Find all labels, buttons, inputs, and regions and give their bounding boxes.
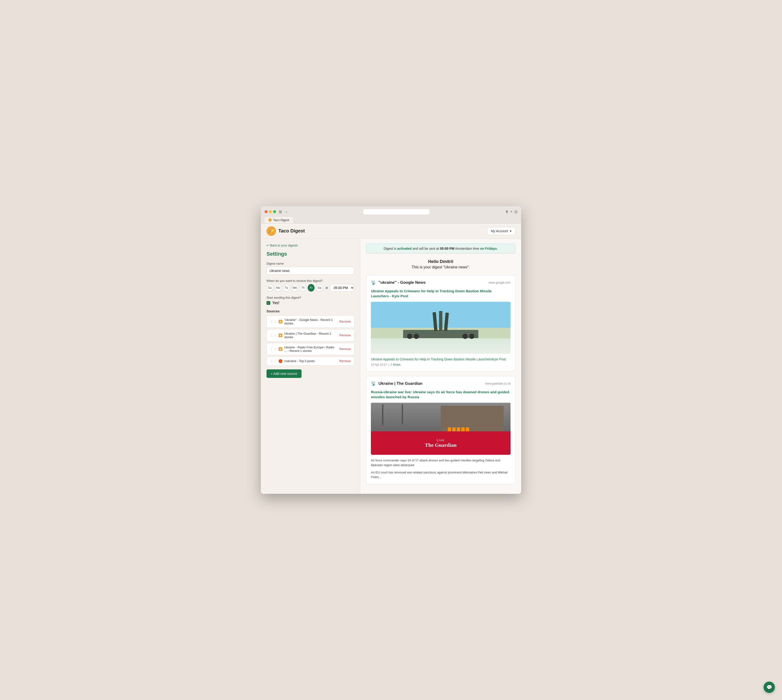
tab-title: Taco Digest: [273, 218, 289, 222]
tab-favicon: 🌮: [268, 218, 272, 222]
remove-source-3-button[interactable]: Remove: [339, 347, 351, 351]
activation-banner: Digest is activated and will be sent at …: [366, 243, 515, 253]
tabs-overview-icon[interactable]: ⊟: [514, 210, 517, 214]
card-1-source-header: 📡 "ukraine" - Google News news.google.co…: [371, 280, 511, 285]
banner-middle: and will be sent at: [412, 247, 440, 250]
chat-button[interactable]: 💬: [764, 682, 775, 693]
app-logo: 🌮: [267, 226, 276, 236]
day-mo-button[interactable]: Mo: [275, 284, 282, 292]
source-item-1: ⋮⋮ ◉ "ukraine" - Google News - Recent 1 …: [267, 315, 354, 328]
guardian-name-text: The Guardian: [425, 442, 456, 448]
at-label: at: [325, 286, 328, 290]
browser-chrome: ⊞ ‹ 🌮 app.tacodigest.com 🔒 ⬆ + ⊟ 🌮 Taco …: [261, 206, 521, 223]
yes-checkbox[interactable]: ✓: [267, 301, 270, 305]
rss-icon-1: ◉: [279, 320, 282, 323]
share-label: Share: [393, 363, 401, 366]
back-to-digests-link[interactable]: ↩ Back to your digests: [267, 243, 354, 247]
settings-title: Settings: [267, 251, 354, 257]
card-1-share-link[interactable]: ⤴ Share: [391, 363, 400, 366]
day-sa-button[interactable]: Sa: [316, 284, 323, 292]
rss-icon-3: ◉: [279, 347, 282, 351]
day-su-button[interactable]: Su: [267, 284, 273, 292]
guardian-scene-bg: [371, 403, 511, 433]
banner-day: on Fridays: [480, 247, 497, 250]
day-th-button[interactable]: Th: [300, 284, 306, 292]
guardian-live-text: Live: [437, 438, 445, 442]
remove-source-2-button[interactable]: Remove: [339, 333, 351, 337]
news-card-2: 📡 Ukraine | The Guardian www.guardian.co…: [366, 376, 515, 484]
yes-checkbox-row: ✓ Yes!: [267, 301, 354, 305]
schedule-group: When do you want to receive this digest?…: [267, 279, 354, 292]
address-bar-container: 🌮 app.tacodigest.com 🔒: [290, 209, 503, 215]
day-fr-button[interactable]: Fr: [308, 284, 314, 292]
news-card-1: 📡 "ukraine" - Google News news.google.co…: [366, 275, 515, 372]
my-account-button[interactable]: My Account ▾: [487, 227, 515, 235]
card-2-source-name: Ukraine | The Guardian: [378, 381, 423, 386]
active-tab[interactable]: 🌮 Taco Digest: [265, 217, 293, 223]
my-account-label: My Account: [491, 229, 508, 233]
close-window-button[interactable]: [265, 210, 267, 213]
card-2-description-1: Air force commander says 14 of 17 attack…: [371, 458, 511, 467]
drag-handle-3[interactable]: ⋮⋮: [270, 347, 277, 351]
source-item-2: ⋮⋮ ◉ Ukraine | The Guardian - Recent 2 s…: [267, 329, 354, 342]
digest-name-input[interactable]: [267, 267, 354, 275]
app-body: ↩ Back to your digests Settings Digest n…: [261, 239, 521, 494]
drag-handle-1[interactable]: ⋮⋮: [270, 320, 277, 323]
card-2-image: Live The Guardian: [371, 403, 511, 455]
card-2-source-header: 📡 Ukraine | The Guardian www.guardian.co…: [371, 381, 511, 386]
chevron-down-icon: ▾: [510, 229, 511, 233]
greeting-subtitle: This is your digest "Ukraine news".: [366, 265, 515, 269]
minimize-window-button[interactable]: [269, 210, 272, 213]
source-text-1: "ukraine" - Google News - Recent 1 stori…: [284, 318, 338, 325]
time-select[interactable]: 05:00 PM: [330, 284, 354, 292]
drag-handle-4[interactable]: ⋮⋮: [270, 359, 277, 363]
browser-controls: ⊞ ‹ 🌮 app.tacodigest.com 🔒 ⬆ + ⊟: [265, 209, 517, 215]
card-2-source-url: www.guardian.co.uk: [485, 382, 511, 385]
app-title: Taco Digest: [278, 228, 305, 233]
address-bar[interactable]: 🌮 app.tacodigest.com 🔒: [363, 209, 429, 215]
sources-label: Sources: [267, 309, 354, 313]
remove-source-1-button[interactable]: Remove: [339, 320, 351, 323]
separator: |: [388, 363, 389, 366]
banner-middle2: Amsterdam time: [454, 247, 480, 250]
card-1-image: [371, 302, 511, 354]
maximize-window-button[interactable]: [273, 210, 276, 213]
day-we-button[interactable]: We: [291, 284, 298, 292]
source-text-3: Ukraine - Radio Free Europe / Radio ... …: [284, 345, 338, 353]
banner-prefix: Digest is: [384, 247, 398, 250]
new-tab-icon[interactable]: +: [510, 210, 513, 214]
snow-ground: [371, 338, 511, 354]
start-sending-group: Start sending this digest? ✓ Yes!: [267, 296, 354, 305]
source-text-2: Ukraine | The Guardian - Recent 2 storie…: [284, 332, 338, 339]
share-icon: ⤴: [391, 363, 392, 366]
share-icon[interactable]: ⬆: [505, 210, 508, 214]
traffic-lights: [265, 210, 276, 213]
card-1-article-link[interactable]: Ukraine Appeals to Crimeans for Help in …: [371, 357, 511, 362]
arrow-left-icon: ↩: [267, 243, 269, 247]
digest-name-group: Digest name: [267, 262, 354, 275]
right-panel: Digest is activated and will be sent at …: [360, 239, 521, 494]
schedule-label: When do you want to receive this digest?: [267, 279, 354, 283]
back-button[interactable]: ‹: [285, 209, 288, 214]
guardian-scene: Live The Guardian: [371, 403, 511, 455]
card-2-rss-icon: 📡: [371, 381, 376, 386]
drag-handle-2[interactable]: ⋮⋮: [270, 333, 277, 337]
source-item-4: ⋮⋮ r r/ukraine - Top 5 posts Remove: [267, 357, 354, 366]
logo-area: 🌮 Taco Digest: [267, 226, 305, 236]
back-link-label: Back to your digests: [270, 243, 298, 247]
greeting-hello: Hello Dmitrii: [366, 259, 515, 264]
card-1-source-url: news.google.com: [488, 281, 511, 284]
add-source-button[interactable]: + Add new source: [267, 369, 302, 378]
remove-source-4-button[interactable]: Remove: [339, 359, 351, 363]
card-1-date: 10 Apr 10:27: [371, 363, 387, 366]
banner-time: 05:00 PM: [440, 247, 454, 250]
rss-icon-2: ◉: [279, 333, 282, 337]
left-panel: ↩ Back to your digests Settings Digest n…: [261, 239, 360, 494]
banner-activated: activated: [397, 247, 412, 250]
browser-window: ⊞ ‹ 🌮 app.tacodigest.com 🔒 ⬆ + ⊟ 🌮 Taco …: [261, 206, 521, 494]
guardian-overlay: Live The Guardian: [371, 432, 511, 455]
tab-switcher-button[interactable]: ⊞: [278, 209, 283, 215]
source-text-4: r/ukraine - Top 5 posts: [284, 359, 338, 363]
app-header: 🌮 Taco Digest My Account ▾: [261, 223, 521, 239]
day-tu-button[interactable]: Tu: [283, 284, 290, 292]
